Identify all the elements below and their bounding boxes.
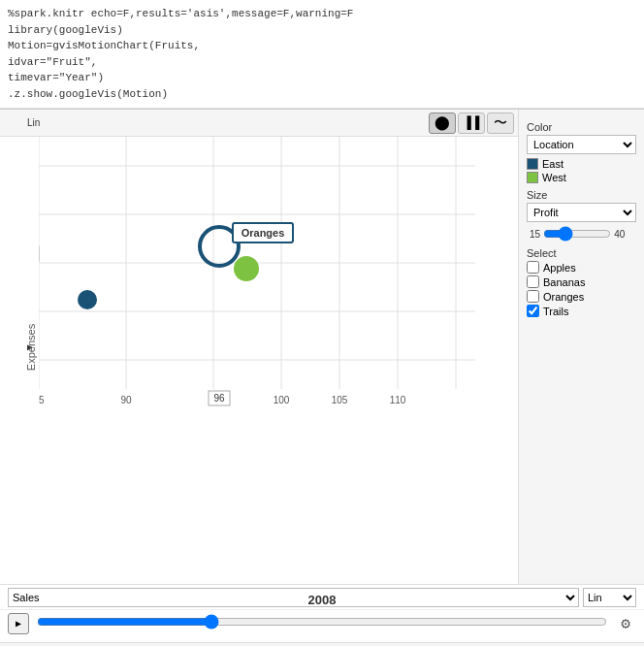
x-axis-dropdown[interactable]: Sales Expenses Profit	[8, 588, 579, 607]
select-label: Select	[527, 247, 636, 259]
legend-west: West	[527, 172, 636, 183]
svg-text:96: 96	[213, 393, 225, 404]
svg-text:90: 90	[120, 395, 132, 405]
year-label: 2008	[308, 593, 337, 607]
bananas-checkbox[interactable]	[527, 275, 539, 288]
legend-east: East	[527, 158, 636, 170]
code-line-3: Motion=gvisMotionChart(Fruits,	[8, 38, 636, 54]
code-line-5: timevar="Year")	[8, 70, 636, 86]
apples-checkbox[interactable]	[527, 261, 539, 274]
oranges-green-bubble[interactable]	[234, 256, 259, 281]
y-axis-label: Expenses	[25, 323, 37, 370]
bubble-icon: ⬤	[435, 114, 450, 131]
apples-blue-bubble[interactable]	[78, 290, 97, 309]
y-axis-dropdown[interactable]: Lin Log	[583, 588, 636, 607]
y-axis-scale-label: Lin	[27, 117, 40, 128]
line-chart-button[interactable]: 〜	[487, 113, 514, 134]
bubble-chart-button[interactable]: ⬤	[429, 113, 456, 134]
west-label: West	[542, 172, 566, 183]
oranges-select-label: Oranges	[543, 291, 584, 303]
line-icon: 〜	[494, 114, 507, 132]
chart-toolbar: ⬤ ▐▐ 〜	[0, 110, 518, 137]
bottom-controls: Sales Expenses Profit Lin Log 2008 ▶ ⚙	[0, 584, 644, 642]
playback-controls: 2008 ▶ ⚙	[0, 610, 644, 637]
svg-text:105: 105	[332, 395, 348, 405]
apples-select-label: Apples	[543, 262, 576, 274]
svg-text:110: 110	[390, 395, 406, 405]
timeline-slider-container	[37, 614, 607, 633]
code-line-6: .z.show.googleVis(Motion)	[8, 86, 636, 103]
status-bar: Took 1 seconds	[0, 642, 644, 646]
svg-text:Oranges: Oranges	[242, 227, 285, 239]
slider-min-label: 15	[530, 229, 540, 240]
code-line-1: %spark.knitr echo=F,results='asis',messa…	[8, 6, 636, 22]
select-trails: Trails	[527, 305, 636, 317]
size-dropdown[interactable]: Profit Sales Expenses	[527, 203, 636, 222]
svg-text:85: 85	[39, 395, 45, 405]
oranges-checkbox[interactable]	[527, 290, 539, 303]
trails-select-label: Trails	[543, 306, 568, 317]
play-icon: ▶	[16, 618, 21, 630]
select-oranges: Oranges	[527, 290, 636, 303]
code-line-4: idvar="Fruit",	[8, 54, 636, 71]
select-apples: Apples	[527, 261, 636, 274]
code-editor: %spark.knitr echo=F,results='asis',messa…	[0, 0, 644, 109]
bar-chart-button[interactable]: ▐▐	[458, 113, 485, 134]
color-label: Color	[527, 121, 636, 133]
control-panel: Color Location Fruit Year East West Size…	[518, 110, 644, 584]
bar-icon: ▐▐	[464, 115, 480, 131]
size-label: Size	[527, 189, 636, 201]
east-color-swatch	[527, 158, 538, 170]
gear-icon: ⚙	[621, 614, 630, 633]
east-label: East	[542, 158, 564, 170]
svg-text:100: 100	[274, 395, 290, 405]
select-bananas: Bananas	[527, 275, 636, 288]
code-line-2: library(googleVis)	[8, 22, 636, 39]
trails-checkbox[interactable]	[527, 305, 539, 317]
chart-svg: 90 85 80 75 85 90 100 105 110 81 96 Oran…	[39, 137, 518, 563]
play-button[interactable]: ▶	[8, 613, 29, 634]
size-slider-container: 15 40	[527, 226, 636, 242]
bananas-select-label: Bananas	[543, 276, 585, 288]
timeline-slider[interactable]	[37, 614, 607, 630]
slider-max-label: 40	[614, 229, 625, 240]
west-color-swatch	[527, 172, 538, 183]
color-dropdown[interactable]: Location Fruit Year	[527, 135, 636, 154]
settings-button[interactable]: ⚙	[615, 613, 636, 634]
size-slider[interactable]	[543, 226, 611, 242]
chart-container: ⬤ ▐▐ 〜 Lin ▶ Expenses	[0, 109, 644, 584]
chart-area: ⬤ ▐▐ 〜 Lin ▶ Expenses	[0, 110, 518, 584]
